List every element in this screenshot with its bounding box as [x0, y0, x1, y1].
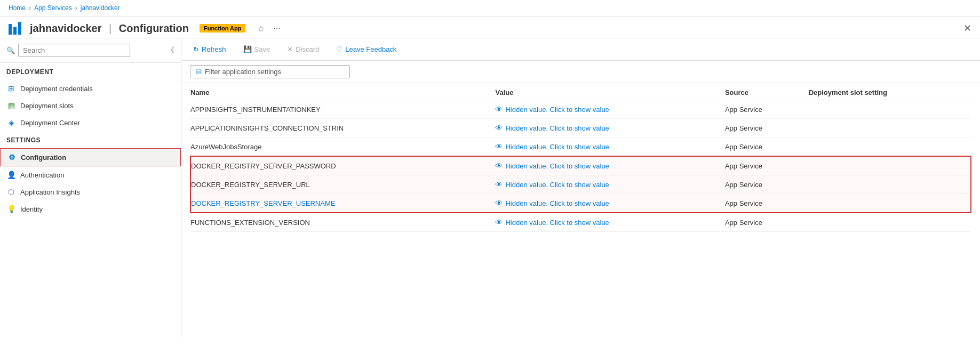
identity-label: Identity: [20, 205, 43, 213]
refresh-icon: ↻: [193, 45, 199, 53]
deployment-center-icon: ◈: [6, 118, 16, 127]
sidebar-item-application-insights[interactable]: ⬡ Application Insights: [0, 183, 181, 200]
cell-source: App Service: [725, 156, 809, 175]
feedback-icon: ♡: [336, 45, 342, 53]
table-row[interactable]: DOCKER_REGISTRY_SERVER_USERNAME👁Hidden v…: [190, 194, 971, 213]
cell-name: APPINSIGHTS_INSTRUMENTATIONKEY: [190, 100, 495, 119]
cell-slot-setting: [809, 100, 971, 119]
collapse-sidebar-button[interactable]: 《: [167, 46, 174, 55]
cell-slot-setting: [809, 119, 971, 138]
search-input[interactable]: [18, 44, 130, 57]
discard-icon: ✕: [287, 45, 293, 53]
cell-name: DOCKER_REGISTRY_SERVER_PASSWORD: [190, 156, 495, 175]
authentication-label: Authentication: [20, 171, 64, 179]
deployment-section-title: Deployment: [6, 68, 174, 76]
settings-table-container: Name Value Source Deployment slot settin…: [181, 83, 980, 232]
eye-icon: 👁: [495, 180, 503, 189]
cell-slot-setting: [809, 156, 971, 175]
cell-slot-setting: [809, 213, 971, 232]
cell-value[interactable]: 👁Hidden value. Click to show value: [495, 194, 724, 213]
name-link[interactable]: DOCKER_REGISTRY_SERVER_USERNAME: [191, 199, 335, 207]
hidden-value-toggle[interactable]: 👁Hidden value. Click to show value: [495, 162, 718, 170]
configuration-icon: ⚙: [7, 152, 17, 162]
cell-slot-setting: [809, 175, 971, 194]
cell-source: App Service: [725, 213, 809, 232]
col-source: Source: [725, 83, 809, 100]
col-name: Name: [190, 83, 495, 100]
filter-bar: ⛁ Filter application settings: [181, 61, 980, 83]
table-row[interactable]: FUNCTIONS_EXTENSION_VERSION👁Hidden value…: [190, 213, 971, 232]
sidebar-section-settings: Settings: [0, 131, 181, 148]
breadcrumb-home[interactable]: Home: [9, 4, 26, 12]
sidebar-item-configuration[interactable]: ⚙ Configuration: [0, 148, 181, 166]
deployment-credentials-label: Deployment credentials: [20, 85, 93, 93]
close-button[interactable]: ✕: [963, 22, 971, 34]
cell-value[interactable]: 👁Hidden value. Click to show value: [495, 213, 724, 232]
breadcrumb-current[interactable]: jahnavidocker: [81, 4, 120, 12]
sidebar-search-bar: 🔍 《: [0, 38, 181, 63]
sidebar-item-authentication[interactable]: 👤 Authentication: [0, 166, 181, 183]
function-app-badge: Function App: [200, 24, 245, 33]
table-row[interactable]: APPLICATIONINSIGHTS_CONNECTION_STRIN👁Hid…: [190, 119, 971, 138]
cell-slot-setting: [809, 138, 971, 157]
refresh-button[interactable]: ↻ Refresh: [190, 44, 229, 55]
cell-name: APPLICATIONINSIGHTS_CONNECTION_STRIN: [190, 119, 495, 138]
breadcrumb-app-services[interactable]: App Services: [34, 4, 72, 12]
filter-input[interactable]: ⛁ Filter application settings: [190, 65, 350, 78]
eye-icon: 👁: [495, 105, 503, 114]
identity-icon: 💡: [6, 204, 16, 214]
cell-source: App Service: [725, 138, 809, 157]
cell-name[interactable]: DOCKER_REGISTRY_SERVER_USERNAME: [190, 194, 495, 213]
hidden-value-toggle[interactable]: 👁Hidden value. Click to show value: [495, 218, 718, 227]
col-value: Value: [495, 83, 724, 100]
feedback-button[interactable]: ♡ Leave Feedback: [333, 44, 400, 55]
save-button[interactable]: 💾 Save: [240, 44, 274, 55]
main-layout: 🔍 《 Deployment ⊞ Deployment credentials …: [0, 38, 980, 337]
cell-value[interactable]: 👁Hidden value. Click to show value: [495, 138, 724, 157]
sidebar-item-identity[interactable]: 💡 Identity: [0, 200, 181, 217]
header-icons: ☆ ···: [256, 22, 281, 35]
cell-value[interactable]: 👁Hidden value. Click to show value: [495, 175, 724, 194]
deployment-credentials-icon: ⊞: [6, 84, 16, 93]
cell-name: FUNCTIONS_EXTENSION_VERSION: [190, 213, 495, 232]
application-insights-label: Application Insights: [20, 188, 80, 196]
page-title: jahnavidocker | Configuration: [30, 22, 189, 35]
col-slot-setting: Deployment slot setting: [809, 83, 971, 100]
page-header: jahnavidocker | Configuration Function A…: [0, 17, 980, 38]
hidden-value-toggle[interactable]: 👁Hidden value. Click to show value: [495, 105, 718, 114]
sidebar-item-deployment-center[interactable]: ◈ Deployment Center: [0, 114, 181, 131]
hidden-value-toggle[interactable]: 👁Hidden value. Click to show value: [495, 124, 718, 132]
settings-section-title: Settings: [6, 136, 174, 144]
cell-value[interactable]: 👁Hidden value. Click to show value: [495, 119, 724, 138]
table-row[interactable]: APPINSIGHTS_INSTRUMENTATIONKEY👁Hidden va…: [190, 100, 971, 119]
table-row[interactable]: DOCKER_REGISTRY_SERVER_PASSWORD👁Hidden v…: [190, 156, 971, 175]
cell-slot-setting: [809, 194, 971, 213]
table-row[interactable]: DOCKER_REGISTRY_SERVER_URL👁Hidden value.…: [190, 175, 971, 194]
toolbar: ↻ Refresh 💾 Save ✕ Discard ♡ Leave Feedb…: [181, 38, 980, 61]
discard-button[interactable]: ✕ Discard: [284, 44, 322, 55]
content-area: ↻ Refresh 💾 Save ✕ Discard ♡ Leave Feedb…: [181, 38, 980, 337]
sidebar-section-deployment: Deployment: [0, 63, 181, 80]
cell-value[interactable]: 👁Hidden value. Click to show value: [495, 156, 724, 175]
cell-name: AzureWebJobsStorage: [190, 138, 495, 157]
deployment-slots-icon: ▦: [6, 101, 16, 110]
deployment-slots-label: Deployment slots: [20, 102, 74, 110]
eye-icon: 👁: [495, 218, 503, 227]
table-row[interactable]: AzureWebJobsStorage👁Hidden value. Click …: [190, 138, 971, 157]
hidden-value-toggle[interactable]: 👁Hidden value. Click to show value: [495, 180, 718, 189]
authentication-icon: 👤: [6, 170, 16, 180]
cell-value[interactable]: 👁Hidden value. Click to show value: [495, 100, 724, 119]
breadcrumb: Home › App Services › jahnavidocker: [0, 0, 980, 17]
eye-icon: 👁: [495, 199, 503, 207]
hidden-value-toggle[interactable]: 👁Hidden value. Click to show value: [495, 199, 718, 207]
eye-icon: 👁: [495, 142, 503, 151]
sidebar-item-deployment-credentials[interactable]: ⊞ Deployment credentials: [0, 80, 181, 97]
more-options-button[interactable]: ···: [272, 22, 281, 35]
filter-icon: ⛁: [196, 68, 202, 76]
favorite-button[interactable]: ☆: [256, 22, 266, 35]
sidebar-item-deployment-slots[interactable]: ▦ Deployment slots: [0, 97, 181, 114]
cell-name: DOCKER_REGISTRY_SERVER_URL: [190, 175, 495, 194]
hidden-value-toggle[interactable]: 👁Hidden value. Click to show value: [495, 142, 718, 151]
configuration-label: Configuration: [21, 154, 66, 162]
deployment-center-label: Deployment Center: [20, 119, 80, 127]
